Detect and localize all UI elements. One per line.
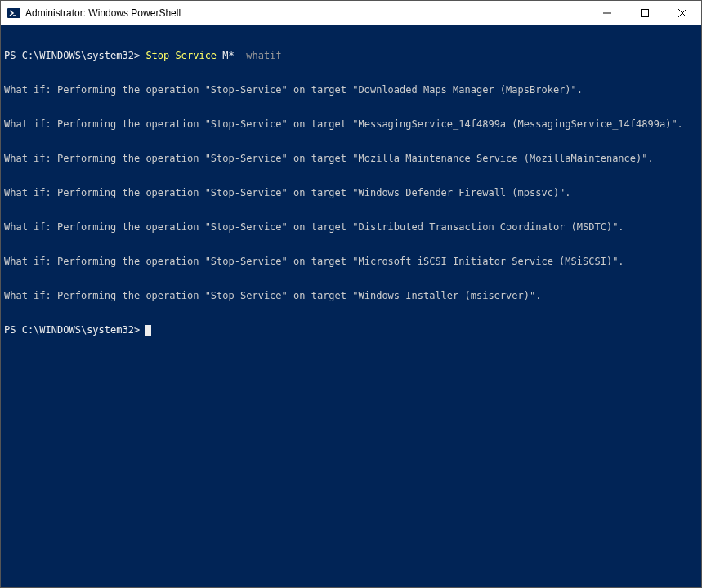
command-arg: M* — [217, 50, 240, 61]
maximize-button[interactable] — [626, 1, 664, 24]
output-line: What if: Performing the operation "Stop-… — [4, 221, 698, 233]
window-controls — [588, 1, 701, 24]
command-line: PS C:\WINDOWS\system32> Stop-Service M* … — [4, 50, 698, 61]
prompt-line: PS C:\WINDOWS\system32> — [4, 324, 698, 336]
titlebar[interactable]: Administrator: Windows PowerShell — [1, 1, 701, 25]
cursor — [145, 325, 151, 336]
output-line: What if: Performing the operation "Stop-… — [4, 84, 698, 96]
minimize-button[interactable] — [588, 1, 626, 24]
prompt: PS C:\WINDOWS\system32> — [4, 50, 145, 61]
output-line: What if: Performing the operation "Stop-… — [4, 290, 698, 301]
close-button[interactable] — [664, 1, 701, 24]
window-title: Administrator: Windows PowerShell — [25, 7, 588, 19]
powershell-icon — [7, 7, 20, 20]
output-line: What if: Performing the operation "Stop-… — [4, 118, 698, 130]
output-line: What if: Performing the operation "Stop-… — [4, 256, 698, 267]
command-param: -whatif — [240, 50, 282, 61]
command-text: Stop-Service — [145, 50, 217, 61]
output-line: What if: Performing the operation "Stop-… — [4, 187, 698, 198]
output-line: What if: Performing the operation "Stop-… — [4, 153, 698, 164]
powershell-window: Administrator: Windows PowerShell PS C:\… — [0, 0, 702, 588]
prompt: PS C:\WINDOWS\system32> — [4, 324, 145, 336]
terminal-area[interactable]: PS C:\WINDOWS\system32> Stop-Service M* … — [1, 25, 701, 587]
svg-rect-3 — [642, 9, 649, 16]
